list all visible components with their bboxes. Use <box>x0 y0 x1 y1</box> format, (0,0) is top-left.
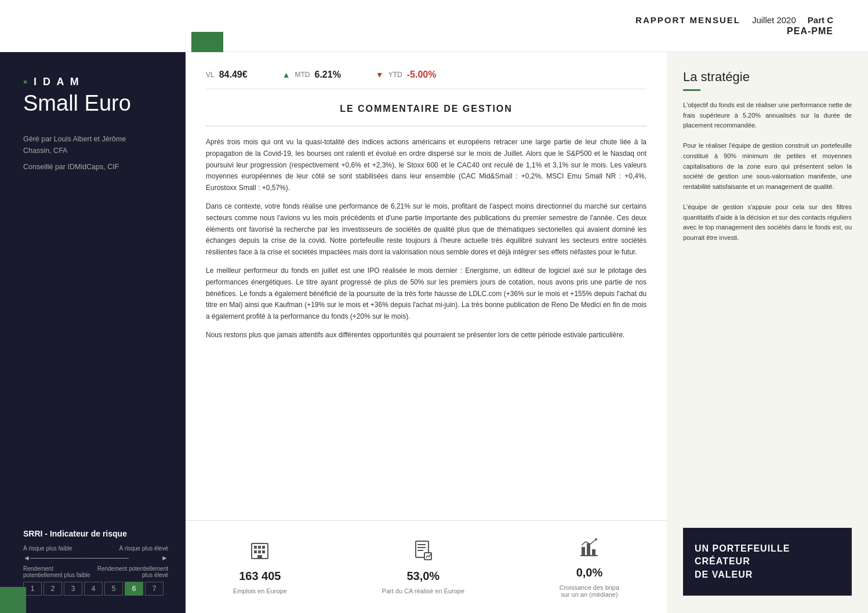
header-text: RAPPORT MENSUEL Juillet 2020 Part C PEA-… <box>635 15 833 37</box>
srri-box-5: 5 <box>104 582 123 596</box>
svg-rect-11 <box>417 550 423 551</box>
fund-title-small: I D A M <box>23 75 168 89</box>
svg-rect-2 <box>258 546 261 549</box>
right-sidebar: La stratégie L'objectif du fonds est de … <box>667 52 868 613</box>
croissance-icon <box>579 537 600 561</box>
vl-value: 84.49€ <box>219 70 248 80</box>
portefeuille-line1: UN PORTEFEUILLE <box>695 542 840 555</box>
ytd-value: -5.00% <box>407 70 437 80</box>
srri-section: SRRI - Indicateur de risque À risque plu… <box>23 529 168 596</box>
fund-advisor: Conseillé par IDMidCaps, CIF <box>23 161 168 173</box>
stat-croissance: 0,0% Croissance des bnpasur un an (média… <box>560 537 619 598</box>
srri-arrow-row: ◄──────────────────── ► <box>23 554 168 562</box>
srri-rendement-high: Rendement potentiellementplus élevé <box>97 565 168 578</box>
emplois-value: 163 405 <box>239 570 281 583</box>
srri-box-6-active: 6 <box>125 582 143 596</box>
separator <box>206 126 647 126</box>
fund-managers: Géré par Louis Albert et JérômeChassin, … <box>23 133 168 156</box>
croissance-value: 0,0% <box>576 566 603 579</box>
srri-label-low: À risque plus faible <box>23 545 72 552</box>
strategy-text: L'objectif du fonds est de réaliser une … <box>683 100 852 516</box>
ca-icon <box>413 540 434 565</box>
metrics-row: VL 84.49€ ▲ MTD 6.21% ▼ YTD -5.00% <box>206 70 647 89</box>
svg-rect-6 <box>262 550 265 553</box>
srri-title: SRRI - Indicateur de risque <box>23 529 168 538</box>
srri-rendement-low: Rendementpotentiellement plus faible <box>23 565 90 578</box>
header-sub-part: PEA-PME <box>635 26 833 37</box>
srri-arrow-right-icon: ► <box>161 554 168 562</box>
metric-mtd: ▲ MTD 6.21% <box>282 70 341 80</box>
commentary-paragraph4: Nous restons plus que jamais attentifs a… <box>206 330 647 341</box>
strategy-title: La stratégie <box>683 70 852 85</box>
stat-emplois: 163 405 Emplois en Europe <box>233 540 287 594</box>
commentary-paragraph2: Dans ce contexte, votre fonds réalise un… <box>206 201 647 258</box>
ca-value: 53,0% <box>406 570 440 583</box>
strategy-divider <box>683 89 700 91</box>
commentary-paragraph1: Après trois mois qui ont vu la quasi-tot… <box>206 137 647 194</box>
emplois-icon <box>249 540 270 565</box>
vl-label: VL <box>206 71 215 79</box>
ca-label: Part du CA réalisé en Europe <box>382 588 464 594</box>
srri-box-3: 3 <box>64 582 82 596</box>
srri-arrow-left-icon: ◄──────────────────── <box>23 554 129 562</box>
srri-labels-top: À risque plus faible À risque plus élevé <box>23 545 168 552</box>
svg-rect-15 <box>582 547 585 555</box>
svg-rect-10 <box>417 547 426 548</box>
green-square-bottom-left <box>0 587 26 613</box>
svg-rect-14 <box>580 555 598 556</box>
srri-label-high: À risque plus élevé <box>119 545 169 552</box>
mtd-label: MTD <box>295 71 310 79</box>
stat-ca: 53,0% Part du CA réalisé en Europe <box>382 540 464 594</box>
svg-rect-5 <box>258 550 261 553</box>
svg-rect-7 <box>257 555 262 559</box>
srri-box-2: 2 <box>43 582 62 596</box>
srri-box-4: 4 <box>84 582 103 596</box>
header: RAPPORT MENSUEL Juillet 2020 Part C PEA-… <box>0 0 868 52</box>
bottom-stats: 163 405 Emplois en Europe 53,0% Part du … <box>186 520 667 613</box>
srri-labels-bottom: Rendementpotentiellement plus faible Ren… <box>23 565 168 578</box>
rapport-label: RAPPORT MENSUEL <box>635 15 740 25</box>
svg-point-18 <box>595 538 597 541</box>
svg-rect-4 <box>254 550 257 553</box>
srri-boxes: 1 2 3 4 5 6 7 <box>23 582 168 596</box>
mtd-value: 6.21% <box>314 70 340 80</box>
svg-rect-3 <box>262 546 265 549</box>
fund-title-large: Small Euro <box>23 92 168 116</box>
svg-rect-16 <box>587 543 590 555</box>
portefeuille-line3: DE VALEUR <box>695 568 840 581</box>
portefeuille-line2: CRÉATEUR <box>695 555 840 568</box>
header-part: Part C <box>808 15 833 25</box>
left-sidebar: I D A M Small Euro Géré par Louis Albert… <box>0 52 186 613</box>
svg-rect-17 <box>592 549 595 555</box>
ytd-arrow-down-icon: ▼ <box>376 70 384 79</box>
commentary-paragraph3: Le meilleur performeur du fonds en juill… <box>206 265 647 323</box>
srri-box-7: 7 <box>145 582 164 596</box>
page: RAPPORT MENSUEL Juillet 2020 Part C PEA-… <box>0 0 868 613</box>
croissance-label: Croissance des bnpasur un an (médiane) <box>560 584 619 598</box>
metric-vl: VL 84.49€ <box>206 70 248 80</box>
portefeuille-box: UN PORTEFEUILLE CRÉATEUR DE VALEUR <box>683 528 852 596</box>
svg-rect-1 <box>254 546 257 549</box>
emplois-label: Emplois en Europe <box>233 588 287 594</box>
svg-rect-9 <box>417 544 426 545</box>
mtd-arrow-up-icon: ▲ <box>282 70 290 79</box>
header-date: Juillet 2020 <box>752 15 796 25</box>
commentary-title: LE COMMENTAIRE DE GESTION <box>206 104 647 114</box>
metric-ytd: ▼ YTD -5.00% <box>376 70 437 80</box>
ytd-label: YTD <box>388 71 402 79</box>
